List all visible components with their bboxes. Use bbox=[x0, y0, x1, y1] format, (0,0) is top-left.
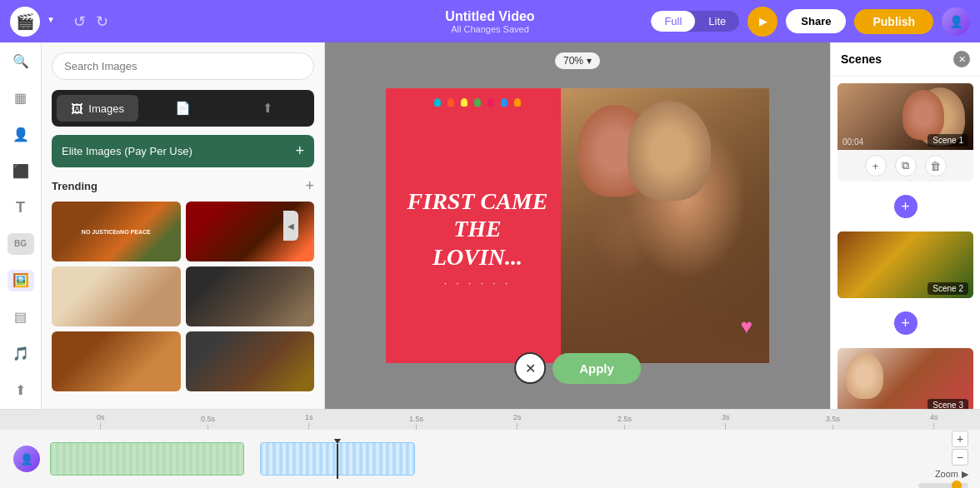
scene-lights-decoration bbox=[386, 98, 569, 107]
sidebar-item-search[interactable]: 🔍 bbox=[8, 51, 34, 72]
scene-1-thumbnail: 00:04 Scene 1 bbox=[838, 83, 973, 150]
project-title[interactable]: Untitled Video bbox=[445, 9, 534, 24]
cancel-button[interactable]: ✕ bbox=[514, 352, 546, 384]
sidebar-item-people[interactable]: 👤 bbox=[8, 124, 34, 146]
scene-1-time: 00:04 bbox=[842, 137, 863, 147]
ruler-mark-15: 1.5s bbox=[409, 415, 423, 430]
logo-dropdown-icon[interactable]: ▼ bbox=[47, 15, 60, 28]
lite-view-btn[interactable]: Lite bbox=[695, 11, 739, 32]
timeline-clip-1[interactable] bbox=[50, 442, 244, 476]
scene-image-panel: ♥ bbox=[561, 88, 769, 363]
scene-card-1[interactable]: 00:04 Scene 1 + ⧉ 🗑 bbox=[838, 83, 973, 182]
zoom-slider-thumb[interactable] bbox=[952, 481, 962, 489]
heart-decoration: ♥ bbox=[741, 315, 752, 338]
publish-btn[interactable]: Publish bbox=[854, 9, 933, 34]
redo-icon[interactable]: ↻ bbox=[96, 12, 108, 31]
elite-label: Elite Images (Pay Per Use) bbox=[62, 145, 192, 157]
scenes-close-btn[interactable]: ✕ bbox=[953, 51, 970, 67]
scene-card-2[interactable]: Scene 2 bbox=[838, 232, 973, 298]
sidebar-item-media[interactable]: ▦ bbox=[8, 87, 34, 109]
sidebar-icons: 🔍 ▦ 👤 ⬛ T BG 🖼️ ▤ 🎵 ⬆ bbox=[0, 42, 42, 409]
zoom-controls: + − bbox=[952, 431, 968, 466]
zoom-level: 70% bbox=[563, 55, 583, 67]
zoom-in-btn[interactable]: + bbox=[952, 431, 968, 447]
light-6 bbox=[501, 98, 508, 107]
add-scene-btn-2[interactable]: + bbox=[894, 311, 918, 335]
sidebar-item-scenes[interactable]: ▤ bbox=[8, 306, 34, 328]
app-logo[interactable]: 🎬 bbox=[10, 7, 40, 37]
sidebar-item-images[interactable]: 🖼️ bbox=[8, 270, 34, 291]
elite-images-section[interactable]: Elite Images (Pay Per Use) + bbox=[52, 135, 314, 167]
upload-tab[interactable]: ⬆ bbox=[228, 95, 309, 122]
elite-plus-icon[interactable]: + bbox=[295, 142, 304, 160]
list-item[interactable] bbox=[52, 202, 181, 261]
preview-play-btn[interactable] bbox=[748, 7, 778, 37]
add-scene-btn-1[interactable]: + bbox=[894, 195, 918, 218]
apply-button[interactable]: Apply bbox=[552, 353, 641, 384]
images-tab-label: Images bbox=[88, 102, 124, 115]
list-item[interactable] bbox=[186, 266, 315, 326]
face-man bbox=[628, 101, 711, 201]
playhead-line bbox=[337, 444, 338, 479]
zoom-label: Zoom bbox=[935, 469, 958, 479]
light-7 bbox=[514, 98, 521, 107]
save-status: All Changes Saved bbox=[445, 24, 534, 34]
timeline-playhead[interactable] bbox=[332, 439, 342, 479]
trending-add-icon[interactable]: + bbox=[305, 177, 314, 195]
light-1 bbox=[434, 98, 441, 107]
templates-tab[interactable]: 📄 bbox=[142, 95, 223, 122]
templates-tab-icon: 📄 bbox=[175, 101, 191, 116]
light-3 bbox=[461, 98, 468, 107]
scene-delete-btn[interactable]: 🗑 bbox=[925, 155, 947, 177]
ruler-mark-1: 1s bbox=[305, 413, 313, 430]
ruler-mark-05: 0.5s bbox=[201, 415, 215, 430]
scene-3-thumbnail: Scene 3 bbox=[838, 348, 973, 409]
search-input[interactable] bbox=[52, 52, 314, 80]
timeline: 0s 0.5s 1s 1.5s 2s 2.5s bbox=[0, 409, 980, 488]
zoom-out-btn[interactable]: − bbox=[952, 449, 968, 466]
scene-text-panel: First cametheLovin... · · · · · · bbox=[386, 88, 569, 363]
history-controls: ↺ ↻ bbox=[73, 12, 108, 31]
light-2 bbox=[448, 98, 454, 107]
couple-image: ♥ bbox=[561, 88, 769, 363]
scene-add-btn[interactable]: + bbox=[865, 155, 887, 177]
user-avatar[interactable]: 👤 bbox=[942, 7, 970, 36]
scene-duplicate-btn[interactable]: ⧉ bbox=[895, 155, 917, 177]
timeline-content[interactable] bbox=[50, 439, 827, 479]
scene-2-thumbnail: Scene 2 bbox=[838, 232, 973, 298]
upload-tab-icon: ⬆ bbox=[262, 101, 273, 116]
zoom-slider[interactable] bbox=[918, 483, 968, 488]
undo-icon[interactable]: ↺ bbox=[73, 12, 86, 31]
sidebar-item-upload[interactable]: ⬆ bbox=[8, 379, 34, 401]
canvas-area: 70% ▾ bbox=[325, 42, 830, 409]
full-view-btn[interactable]: Full bbox=[651, 11, 695, 32]
add-scene-divider-2: + bbox=[831, 305, 980, 341]
list-item[interactable] bbox=[52, 266, 181, 326]
topbar: 🎬 ▼ ↺ ↻ Untitled Video All Changes Saved… bbox=[0, 0, 980, 42]
apply-controls: ✕ Apply bbox=[514, 352, 641, 384]
scene-3-label: Scene 3 bbox=[928, 399, 968, 409]
ruler-marks: 0s 0.5s 1s 1.5s 2s 2.5s bbox=[97, 410, 930, 430]
timeline-ruler: 0s 0.5s 1s 1.5s 2s 2.5s bbox=[0, 410, 980, 430]
topbar-right-controls: Full Lite Share Publish 👤 bbox=[651, 7, 970, 37]
add-scene-divider-1: + bbox=[831, 188, 980, 225]
ruler-mark-2: 2s bbox=[513, 413, 522, 430]
trending-label: Trending bbox=[52, 180, 98, 192]
media-tabs: 🖼 Images 📄 ⬆ bbox=[52, 90, 314, 127]
list-item[interactable] bbox=[186, 331, 315, 391]
images-tab[interactable]: 🖼 Images bbox=[57, 95, 138, 122]
sidebar-item-bg[interactable]: BG bbox=[8, 233, 34, 255]
share-btn[interactable]: Share bbox=[786, 9, 846, 33]
list-item[interactable] bbox=[52, 331, 181, 391]
timeline-avatar: 👤 bbox=[13, 446, 40, 472]
scene-card-3[interactable]: Scene 3 bbox=[838, 348, 973, 409]
sidebar-item-text[interactable]: T bbox=[8, 197, 34, 218]
timeline-right-controls: + − Zoom ▶ bbox=[827, 431, 977, 488]
zoom-badge[interactable]: 70% ▾ bbox=[555, 52, 600, 69]
sidebar-item-music[interactable]: 🎵 bbox=[8, 342, 34, 364]
canvas-frame: First cametheLovin... · · · · · · ♥ bbox=[386, 88, 769, 363]
panel-collapse-handle[interactable]: ◀ bbox=[283, 211, 298, 241]
sidebar-item-objects[interactable]: ⬛ bbox=[8, 160, 34, 182]
image-grid bbox=[52, 202, 314, 391]
scene-dots: · · · · · · bbox=[444, 277, 512, 289]
